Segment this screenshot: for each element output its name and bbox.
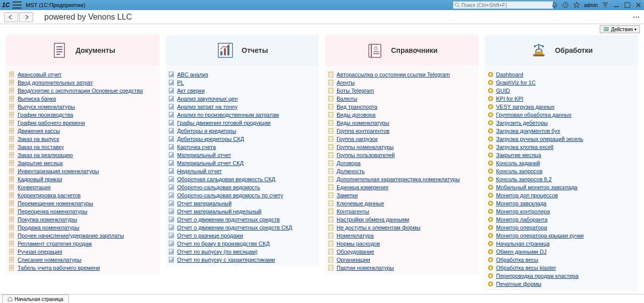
actions-button[interactable]: Действия — [600, 25, 640, 33]
item-link[interactable]: Заказ на выпуск — [18, 135, 59, 142]
more-icon[interactable]: ⋮ — [632, 13, 640, 21]
item-link[interactable]: PL — [177, 79, 184, 86]
item-link[interactable]: Монитор лаборанта — [496, 216, 547, 223]
item-link[interactable]: Недельный отчет — [177, 168, 222, 175]
item-link[interactable]: Виды номенклатуры — [337, 119, 389, 126]
item-link[interactable]: Продажа номенклатуры — [18, 224, 79, 231]
item-link[interactable]: Регламент стратегия продаж — [18, 240, 92, 247]
item-link[interactable]: Номенклатура — [337, 232, 374, 239]
item-link[interactable]: Акт сверки — [177, 87, 205, 94]
status-tab-home[interactable]: Начальная страница — [2, 294, 69, 304]
item-link[interactable]: Покупка номенклатуры — [18, 216, 77, 223]
item-link[interactable]: Инвентаризация номенклатуры — [18, 168, 99, 175]
item-link[interactable]: Табель учета рабочего времени — [18, 264, 100, 271]
item-link[interactable]: График рабочего времени — [18, 119, 85, 126]
filter-icon[interactable] — [602, 2, 609, 9]
search-input[interactable] — [461, 3, 547, 8]
item-link[interactable]: Ключевые данные — [337, 200, 384, 207]
item-link[interactable]: Авторассылка о состоянии ссылки Telegram — [337, 71, 450, 78]
item-link[interactable]: Оборотная сальдовая ведомость СКД — [177, 176, 275, 183]
item-link[interactable]: Организации — [337, 256, 370, 263]
item-link[interactable]: Ввод/снятие с экспулотации Основные сред… — [18, 87, 143, 94]
item-link[interactable]: Заказ на поставку — [18, 143, 64, 150]
maximize-icon[interactable] — [624, 2, 631, 9]
item-link[interactable]: KPI for KPI — [496, 95, 523, 102]
item-link[interactable]: Печатные формы — [496, 280, 541, 287]
item-link[interactable]: Дополнительная характеристика номенклату… — [337, 176, 460, 183]
item-link[interactable]: Мобильный монитор завсклада — [496, 184, 578, 191]
item-link[interactable]: Контрагенты — [337, 208, 369, 215]
nav-back-button[interactable] — [4, 12, 18, 22]
item-link[interactable]: Отчет о движении подотчетных средств СКД — [177, 224, 292, 231]
item-link[interactable]: Оборотно-сальдовая ведомость — [177, 184, 260, 191]
item-link[interactable]: Оборотно-сальдовая ведомость по счету — [177, 192, 283, 199]
item-link[interactable]: Не доступы к элементам формы — [337, 224, 421, 231]
item-link[interactable]: Переоценка номенклатуры — [18, 208, 88, 215]
item-link[interactable]: Конвертация — [18, 184, 51, 191]
close-icon[interactable] — [635, 2, 642, 9]
item-link[interactable]: Обмен данными DJ — [496, 248, 546, 255]
nav-forward-button[interactable] — [19, 12, 33, 22]
item-link[interactable]: Загрузка хлопка excell — [496, 143, 553, 150]
item-link[interactable]: Договора — [337, 160, 361, 167]
item-link[interactable]: Материальный отчет СКД — [177, 160, 244, 167]
item-link[interactable]: График производства — [18, 111, 73, 118]
item-link[interactable]: VESY загрузка данных — [496, 103, 554, 110]
item-link[interactable]: Кадровый приказ — [18, 176, 62, 183]
minimize-icon[interactable] — [613, 2, 620, 9]
item-link[interactable]: Монитор оператора крышки ручки — [496, 232, 584, 239]
item-link[interactable]: Виды договора — [337, 111, 375, 118]
item-link[interactable]: Отчет о движении подотчетных средств — [177, 216, 280, 223]
item-link[interactable]: Закрытие месяца — [18, 160, 63, 167]
item-link[interactable]: Монитор доп процессов — [496, 192, 558, 199]
item-link[interactable]: Отчет о разнице продажи — [177, 232, 243, 239]
item-link[interactable]: GUID — [496, 87, 510, 94]
item-link[interactable]: Отчет по выпуску с характеристиками — [177, 256, 275, 263]
star-icon[interactable] — [573, 2, 580, 9]
item-link[interactable]: Дебиторы и кредиторы — [177, 127, 236, 134]
item-link[interactable]: Анализ затрат на тонну — [177, 103, 237, 110]
history-icon[interactable] — [562, 2, 569, 9]
item-link[interactable]: Закрытие месяца — [496, 152, 541, 159]
item-link[interactable]: Перемещение номенклатуры — [18, 200, 93, 207]
item-link[interactable]: Отчет материальный — [177, 200, 231, 207]
bell-icon[interactable] — [551, 2, 558, 9]
item-link[interactable]: Монитор оператора — [496, 224, 547, 231]
item-link[interactable]: Монитор завсклада — [496, 200, 546, 207]
item-link[interactable]: Прочее начисление/удержание зарплаты — [18, 232, 124, 239]
item-link[interactable]: Консоль запросов 8.2 — [496, 176, 552, 183]
item-link[interactable]: Группа нагрузок — [337, 135, 377, 142]
item-link[interactable]: Обработка весы — [496, 256, 538, 263]
item-link[interactable]: Корректировка расчетов — [18, 192, 80, 199]
item-link[interactable]: Дебиторы кредиторы СКД — [177, 135, 244, 142]
item-link[interactable]: Выпуск номенклатуры — [18, 103, 75, 110]
item-link[interactable]: Ручная операция — [18, 248, 62, 255]
item-link[interactable]: Материальный отчет — [177, 152, 231, 159]
item-link[interactable]: Загрузка ручных операций эксель — [496, 135, 583, 142]
item-link[interactable]: Отчет по браку в производстве СКД — [177, 240, 270, 247]
item-link[interactable]: Должность — [337, 168, 365, 175]
item-link[interactable]: Начальная страница — [496, 240, 549, 247]
item-link[interactable]: Перепроводка продаж кластера — [496, 272, 579, 279]
item-link[interactable]: Движения кассы — [18, 127, 60, 134]
item-link[interactable]: Отчет материальный недельный — [177, 208, 262, 215]
item-link[interactable]: Авансовый отчет — [18, 71, 61, 78]
item-link[interactable]: Заметки — [337, 192, 358, 199]
item-link[interactable]: Обработка весы klaster — [496, 264, 556, 271]
item-link[interactable]: ABC анализ — [177, 71, 208, 78]
item-link[interactable]: Нормы расходов — [337, 240, 380, 247]
item-link[interactable]: GraphViz for 1C — [496, 79, 536, 86]
main-menu-icon[interactable] — [13, 2, 22, 9]
item-link[interactable]: Консоль заданий — [496, 160, 540, 167]
item-link[interactable]: Отчет по выпуску (по месяцам) — [177, 248, 258, 255]
item-link[interactable]: Группы номенклатуры — [337, 143, 393, 150]
item-link[interactable]: Загрузить дебеторы — [496, 119, 548, 126]
item-link[interactable]: Монитор контролера — [496, 208, 550, 215]
item-link[interactable]: Графы движения готовой продукции — [177, 119, 271, 126]
item-link[interactable]: Боты Telegram — [337, 87, 374, 94]
item-link[interactable]: Вид транспорта — [337, 103, 377, 110]
user-label[interactable]: admin — [584, 3, 598, 8]
item-link[interactable]: Партии номенклатуры — [337, 264, 394, 271]
item-link[interactable]: Группы пользователей — [337, 152, 395, 159]
item-link[interactable]: Выписка банка — [18, 95, 56, 102]
